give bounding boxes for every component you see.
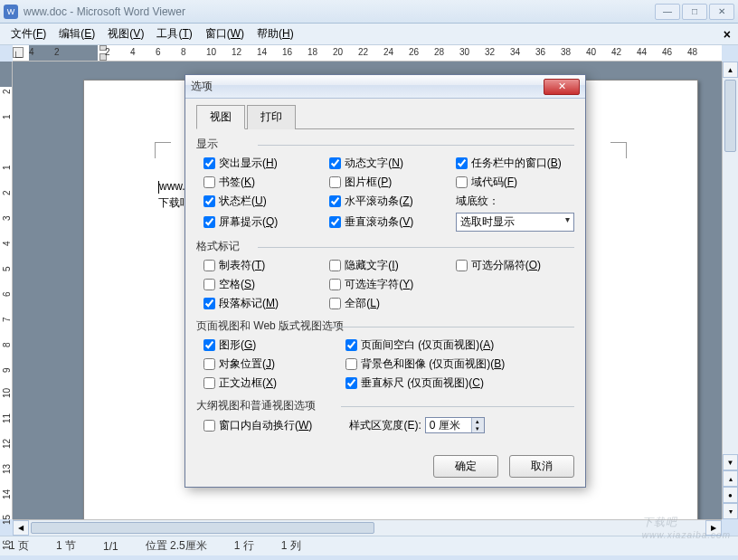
menu-tools[interactable]: 工具(T) xyxy=(151,24,197,43)
menu-help[interactable]: 帮助(H) xyxy=(251,24,299,43)
checkbox-anchors[interactable]: 对象位置(J) xyxy=(203,356,338,372)
window-titlebar: W www.doc - Microsoft Word Viewer — □ ✕ xyxy=(0,0,738,24)
checkbox-tab-input[interactable] xyxy=(203,260,215,271)
checkbox-spaces[interactable]: 空格(S) xyxy=(203,277,322,292)
group-pageview: 页面视图和 Web 版式视图选项 图形(G)页面间空白 (仅页面视图)(A)对象… xyxy=(196,318,574,391)
browse-object-button[interactable]: ● xyxy=(723,487,738,503)
options-dialog: 选项 ✕ 视图 打印 显示 突出显示(H)动态文字(N)任务栏中的窗口(B)书签… xyxy=(184,74,586,488)
checkbox-vruler[interactable]: 垂直标尺 (仅页面视图)(C) xyxy=(345,375,574,391)
checkbox-hidden[interactable]: 隐藏文字(I) xyxy=(329,258,448,273)
checkbox-animated[interactable]: 动态文字(N) xyxy=(329,156,448,171)
checkbox-anchors-input[interactable] xyxy=(203,358,215,370)
minimize-button[interactable]: — xyxy=(655,4,680,20)
field-shading-label: 域底纹： xyxy=(456,194,574,209)
vscroll-thumb[interactable] xyxy=(724,80,736,152)
scroll-up-button[interactable]: ▲ xyxy=(723,62,738,78)
checkbox-animated-input[interactable] xyxy=(329,157,341,169)
menu-window[interactable]: 窗口(W) xyxy=(200,24,250,43)
menu-file[interactable]: 文件(F) xyxy=(5,24,52,43)
checkbox-hscrollb-input[interactable] xyxy=(329,195,341,207)
checkbox-wrap[interactable]: 窗口内自动换行(W) xyxy=(203,418,344,433)
checkbox-para-input[interactable] xyxy=(203,298,215,309)
margin-corner-tl xyxy=(155,142,171,158)
checkbox-opthy2[interactable]: 可选连字符(Y) xyxy=(329,277,448,292)
checkbox-picph[interactable]: 图片框(P) xyxy=(329,175,448,190)
cancel-button[interactable]: 取消 xyxy=(509,455,574,478)
vertical-ruler[interactable]: 21123456789101112131415161718 xyxy=(0,62,13,519)
checkbox-opthyp[interactable]: 可选分隔符(O) xyxy=(456,258,574,273)
scroll-down-button[interactable]: ▼ xyxy=(723,454,738,470)
checkbox-hidden-input[interactable] xyxy=(329,260,341,271)
checkbox-fieldcodes[interactable]: 域代码(F) xyxy=(456,175,574,190)
menu-edit[interactable]: 编辑(E) xyxy=(53,24,100,43)
checkbox-vscrollb[interactable]: 垂直滚动条(V) xyxy=(329,213,448,232)
checkbox-highlight[interactable]: 突出显示(H) xyxy=(203,156,322,171)
close-document-button[interactable]: × xyxy=(724,27,731,42)
maximize-button[interactable]: □ xyxy=(682,4,707,20)
checkbox-textbnd-input[interactable] xyxy=(203,377,215,389)
checkbox-wrap-input[interactable] xyxy=(203,420,215,432)
checkbox-vruler-input[interactable] xyxy=(345,377,357,389)
checkbox-opthyp-input[interactable] xyxy=(456,260,468,271)
vertical-scrollbar[interactable]: ▲ ▼ ▴ ● ▾ xyxy=(722,62,738,519)
close-button[interactable]: ✕ xyxy=(709,4,734,20)
checkbox-taskbar-input[interactable] xyxy=(456,157,468,169)
checkbox-all[interactable]: 全部(L) xyxy=(329,296,448,311)
hscroll-thumb[interactable] xyxy=(31,522,374,534)
checkbox-highlight-input[interactable] xyxy=(203,157,215,169)
checkbox-drawings[interactable]: 图形(G) xyxy=(203,337,338,353)
checkbox-tab[interactable]: 制表符(T) xyxy=(203,258,322,273)
checkbox-fieldcodes-input[interactable] xyxy=(456,176,468,188)
group-outline: 大纲视图和普通视图选项 窗口内自动换行(W) 样式区宽度(E): ▴▾ xyxy=(196,398,574,433)
checkbox-picph-input[interactable] xyxy=(329,176,341,188)
checkbox-whitesp-input[interactable] xyxy=(345,339,357,351)
group-display: 显示 突出显示(H)动态文字(N)任务栏中的窗口(B)书签(K)图片框(P)域代… xyxy=(196,137,574,232)
window-title: www.doc - Microsoft Word Viewer xyxy=(24,5,655,18)
checkbox-screentips[interactable]: 屏幕提示(Q) xyxy=(203,213,322,232)
checkbox-bgcolor-input[interactable] xyxy=(345,358,357,370)
status-page: 1 页 xyxy=(9,538,29,554)
spin-down[interactable]: ▾ xyxy=(471,425,484,432)
tab-selector[interactable]: ∟ xyxy=(13,47,24,58)
checkbox-taskbar[interactable]: 任务栏中的窗口(B) xyxy=(456,156,574,171)
tab-view[interactable]: 视图 xyxy=(196,105,245,129)
next-page-button[interactable]: ▾ xyxy=(723,503,738,519)
tab-print[interactable]: 打印 xyxy=(247,105,296,129)
checkbox-bookmarks-input[interactable] xyxy=(203,176,215,188)
dialog-titlebar[interactable]: 选项 ✕ xyxy=(185,75,585,99)
checkbox-statusb[interactable]: 状态栏(U) xyxy=(203,194,322,209)
checkbox-vscrollb-input[interactable] xyxy=(329,216,341,228)
menu-bar: 文件(F) 编辑(E) 视图(V) 工具(T) 窗口(W) 帮助(H) × xyxy=(0,24,738,45)
group-outline-label: 大纲视图和普通视图选项 xyxy=(196,398,574,413)
spin-up[interactable]: ▴ xyxy=(471,418,484,425)
group-format-label: 格式标记 xyxy=(196,239,574,254)
scroll-right-button[interactable]: ▶ xyxy=(705,520,722,536)
prev-page-button[interactable]: ▴ xyxy=(723,470,738,487)
margin-corner-tr xyxy=(610,142,627,158)
style-width-input[interactable] xyxy=(426,418,471,432)
style-width-spinner[interactable]: ▴▾ xyxy=(425,417,485,433)
menu-view[interactable]: 视图(V) xyxy=(102,24,149,43)
checkbox-whitesp[interactable]: 页面间空白 (仅页面视图)(A) xyxy=(345,337,574,353)
checkbox-bgcolor[interactable]: 背景色和图像 (仅页面视图)(B) xyxy=(345,356,574,372)
dialog-close-button[interactable]: ✕ xyxy=(544,79,580,95)
checkbox-screentips-input[interactable] xyxy=(203,216,215,228)
status-position: 位置 2.5厘米 xyxy=(146,538,207,554)
field-shading-select[interactable]: 选取时显示 xyxy=(456,213,574,232)
checkbox-drawings-input[interactable] xyxy=(203,339,215,351)
checkbox-spaces-input[interactable] xyxy=(203,279,215,290)
horizontal-scrollbar[interactable]: ◀ ▶ xyxy=(13,519,722,536)
checkbox-all-input[interactable] xyxy=(329,298,341,309)
checkbox-bookmarks[interactable]: 书签(K) xyxy=(203,175,322,190)
style-width-label: 样式区宽度(E): xyxy=(349,418,421,433)
checkbox-hscrollb[interactable]: 水平滚动条(Z) xyxy=(329,194,448,209)
scroll-left-button[interactable]: ◀ xyxy=(13,520,29,536)
app-icon: W xyxy=(4,5,18,19)
status-line: 1 行 xyxy=(234,538,254,554)
ok-button[interactable]: 确定 xyxy=(433,455,498,478)
checkbox-textbnd[interactable]: 正文边框(X) xyxy=(203,375,338,391)
checkbox-para[interactable]: 段落标记(M) xyxy=(203,296,322,311)
checkbox-statusb-input[interactable] xyxy=(203,195,215,207)
horizontal-ruler[interactable]: ∟ 42246810121416182022242628303234363840… xyxy=(13,45,722,62)
checkbox-opthy2-input[interactable] xyxy=(329,279,341,290)
